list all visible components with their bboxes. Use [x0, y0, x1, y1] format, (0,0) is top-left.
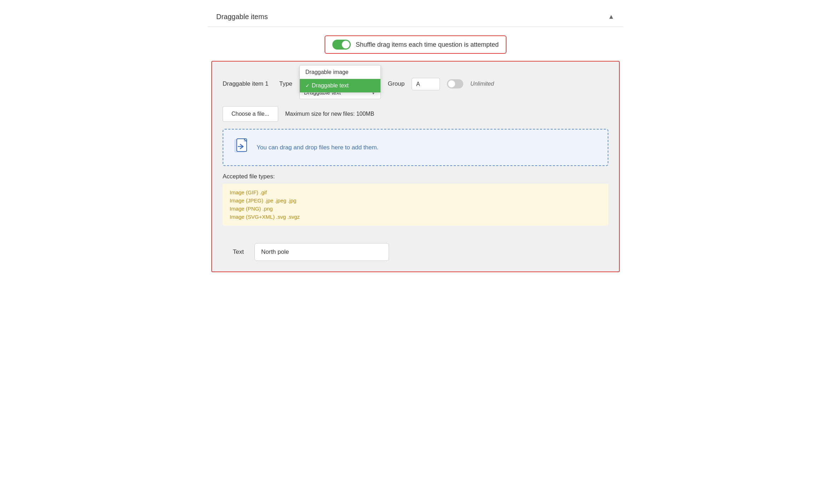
file-type-gif: Image (GIF) .gif: [230, 189, 601, 195]
item-label: Draggable item 1: [223, 80, 272, 87]
type-dropdown-container: Draggable image Draggable text Draggable…: [299, 69, 381, 99]
shuffle-row: Shuffle drag items each time question is…: [208, 27, 623, 61]
file-type-svg: Image (SVG+XML) .svg .svgz: [230, 214, 601, 220]
file-type-jpeg: Image (JPEG) .jpe .jpeg .jpg: [230, 197, 601, 204]
group-select[interactable]: A B C: [412, 78, 440, 90]
text-field-input[interactable]: [254, 243, 389, 261]
shuffle-label: Shuffle drag items each time question is…: [356, 41, 499, 48]
dropdown-menu: Draggable image Draggable text: [299, 65, 381, 93]
type-label: Type: [279, 80, 292, 87]
text-field-label: Text: [223, 248, 244, 256]
limit-toggle[interactable]: [447, 79, 463, 88]
max-size-text: Maximum size for new files: 100MB: [285, 111, 374, 117]
main-content: Draggable item 1 Type Draggable image Dr…: [211, 61, 620, 272]
file-section: Choose a file... Maximum size for new fi…: [212, 106, 619, 240]
unlimited-label: Unlimited: [470, 81, 494, 87]
file-row: Choose a file... Maximum size for new fi…: [223, 106, 608, 122]
drag-drop-area[interactable]: You can drag and drop files here to add …: [223, 129, 608, 166]
header-bar: Draggable items ▲: [208, 7, 623, 27]
page-title: Draggable items: [216, 13, 268, 21]
file-type-png: Image (PNG) .png: [230, 206, 601, 212]
group-label: Group: [388, 80, 405, 87]
upload-icon: [234, 138, 250, 157]
choose-file-button[interactable]: Choose a file...: [223, 106, 278, 122]
file-types-box: Image (GIF) .gif Image (JPEG) .jpe .jpeg…: [223, 184, 608, 225]
item-row: Draggable item 1 Type Draggable image Dr…: [212, 62, 619, 106]
collapse-icon[interactable]: ▲: [608, 13, 615, 21]
drag-drop-text: You can drag and drop files here to add …: [257, 144, 378, 151]
shuffle-toggle[interactable]: [332, 40, 351, 50]
dropdown-option-image[interactable]: Draggable image: [300, 65, 380, 79]
shuffle-box: Shuffle drag items each time question is…: [325, 35, 506, 54]
text-row: Text: [212, 240, 619, 271]
accepted-label: Accepted file types:: [223, 173, 608, 180]
dropdown-option-text[interactable]: Draggable text: [300, 79, 380, 92]
